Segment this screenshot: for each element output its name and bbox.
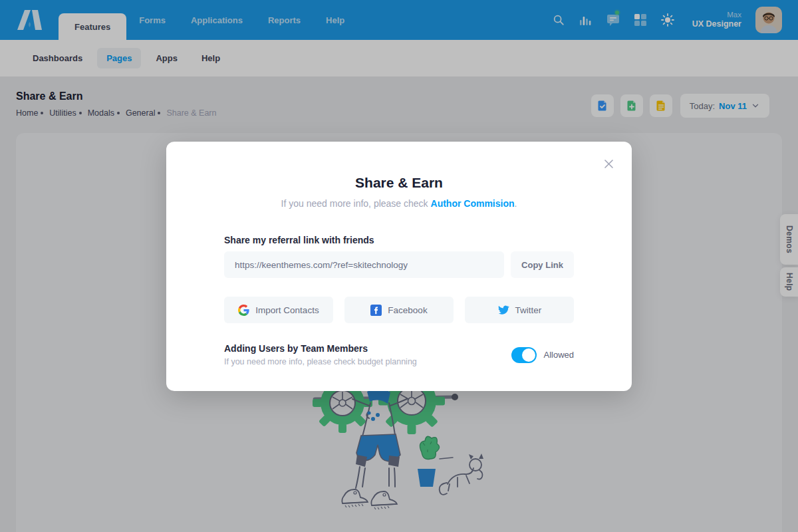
author-commission-link[interactable]: Author Commision [431, 198, 515, 209]
facebook-label: Facebook [388, 305, 427, 315]
twitter-button[interactable]: Twitter [465, 297, 574, 323]
modal-title: Share & Earn [224, 175, 574, 191]
close-icon[interactable] [601, 156, 616, 171]
facebook-icon [370, 305, 382, 316]
subtitle-period: . [515, 198, 517, 209]
allowed-toggle[interactable] [511, 347, 537, 363]
import-contacts-label: Import Contacts [255, 305, 319, 315]
subtitle-text: If you need more info, please check [281, 198, 431, 209]
import-contacts-button[interactable]: Import Contacts [224, 297, 333, 323]
team-members-title: Adding Users by Team Members [224, 343, 417, 354]
modal-subtitle: If you need more info, please check Auth… [224, 198, 574, 209]
copy-link-button[interactable]: Copy Link [511, 251, 574, 278]
twitter-icon [497, 305, 509, 315]
referral-link-input[interactable] [224, 251, 504, 278]
google-icon [238, 305, 249, 316]
facebook-button[interactable]: Facebook [344, 297, 454, 323]
share-earn-modal: Share & Earn If you need more info, plea… [166, 142, 632, 391]
team-members-subtitle: If you need more info, please check budg… [224, 357, 417, 366]
toggle-knob [522, 348, 535, 362]
twitter-label: Twitter [515, 305, 542, 315]
toggle-label: Allowed [543, 350, 574, 360]
referral-label: Share my referral link with friends [224, 235, 574, 245]
